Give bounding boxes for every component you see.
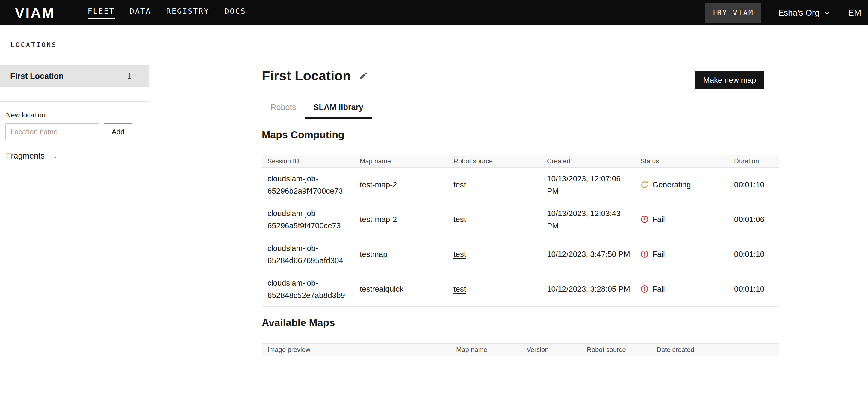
status-cell: Fail: [635, 278, 728, 300]
duration-cell: 00:01:06: [728, 209, 779, 230]
column-header-date-created: Date created: [651, 346, 779, 354]
navbar-right-cluster: TRY VIAM Esha's Org EM: [705, 3, 868, 23]
map-name-cell: testmap: [354, 243, 448, 265]
location-count-badge: 1: [127, 72, 131, 80]
status-cell: Fail: [635, 243, 728, 265]
column-header-created: Created: [541, 157, 635, 165]
column-header-version: Version: [521, 346, 581, 354]
column-header-map-name: Map name: [354, 157, 448, 165]
session-id-cell: cloudslam-job-652848c52e7ab8d3b9: [262, 272, 354, 306]
org-name-label: Esha's Org: [778, 8, 819, 18]
maps-computing-header-row: Session ID Map name Robot source Created…: [262, 155, 779, 168]
viam-logo[interactable]: VIAM: [15, 4, 55, 21]
session-id-cell: cloudslam-job-65296a5f9f4700ce73: [262, 203, 354, 236]
status-label: Fail: [652, 213, 665, 226]
nav-link-registry[interactable]: REGISTRY: [166, 7, 209, 19]
tab-robots[interactable]: Robots: [262, 103, 305, 118]
robot-source-link[interactable]: test: [454, 215, 466, 224]
status-label: Generating: [652, 179, 691, 190]
status-cell: Generating: [635, 174, 728, 196]
column-header-robot-source: Robot source: [581, 346, 651, 354]
location-tabs: Robots SLAM library: [262, 103, 372, 118]
sidebar-divider: [0, 101, 149, 101]
map-name-cell: testrealquick: [354, 278, 448, 300]
try-viam-button[interactable]: TRY VIAM: [705, 3, 761, 23]
fragments-link[interactable]: Fragments →: [6, 151, 58, 160]
available-maps-header-row: Image preview Map name Version Robot sou…: [262, 344, 779, 356]
status-cell: Fail: [635, 209, 728, 230]
available-maps-empty-body: [262, 356, 779, 412]
table-row: cloudslam-job-65284d667695afd304 testmap…: [262, 237, 779, 272]
generating-icon: [640, 180, 649, 189]
page-title: First Location: [262, 68, 351, 84]
fail-icon: [640, 285, 649, 293]
nav-link-data[interactable]: DATA: [130, 7, 151, 19]
maps-computing-table: Session ID Map name Robot source Created…: [262, 155, 779, 306]
session-id-cell: cloudslam-job-65296b2a9f4700ce73: [262, 168, 354, 202]
session-id-cell: cloudslam-job-65284d667695afd304: [262, 237, 354, 271]
duration-cell: 00:01:10: [728, 174, 779, 196]
chevron-down-icon: [823, 9, 831, 17]
status-label: Fail: [652, 248, 665, 260]
arrow-right-icon: →: [50, 151, 58, 160]
new-location-form: Add: [5, 123, 132, 140]
tab-slam-library[interactable]: SLAM library: [305, 103, 372, 118]
table-row: cloudslam-job-65296b2a9f4700ce73 test-ma…: [262, 168, 779, 202]
org-switcher[interactable]: Esha's Org: [778, 8, 831, 18]
make-new-map-button[interactable]: Make new map: [695, 71, 764, 89]
column-header-image-preview: Image preview: [262, 346, 451, 354]
nav-link-fleet[interactable]: FLEET: [88, 7, 115, 19]
table-row: cloudslam-job-65296a5f9f4700ce73 test-ma…: [262, 202, 779, 237]
available-maps-heading: Available Maps: [262, 317, 335, 328]
table-row: cloudslam-job-652848c52e7ab8d3b9 testrea…: [262, 272, 779, 306]
column-header-status: Status: [635, 157, 728, 165]
fragments-label: Fragments: [6, 151, 44, 160]
location-name-input[interactable]: [5, 123, 99, 140]
available-maps-table: Image preview Map name Version Robot sou…: [262, 344, 779, 412]
maps-computing-heading: Maps Computing: [262, 129, 344, 141]
created-cell: 10/13/2023, 12:03:43 PM: [541, 203, 635, 236]
column-header-duration: Duration: [728, 157, 779, 165]
created-cell: 10/12/2023, 3:47:50 PM: [541, 243, 635, 265]
created-cell: 10/12/2023, 3:28:05 PM: [541, 278, 635, 300]
map-name-cell: test-map-2: [354, 209, 448, 230]
page-header: First Location: [262, 68, 368, 84]
column-header-session-id: Session ID: [262, 157, 354, 165]
fail-icon: [640, 250, 649, 258]
locations-heading: LOCATIONS: [10, 41, 149, 49]
viam-app-screen: VIAM FLEET DATA REGISTRY DOCS TRY VIAM E…: [0, 0, 868, 413]
fail-icon: [640, 215, 649, 224]
edit-location-name-button[interactable]: [359, 71, 368, 80]
pencil-icon: [359, 71, 368, 80]
robot-source-link[interactable]: test: [454, 180, 466, 189]
duration-cell: 00:01:10: [728, 278, 779, 300]
add-location-button[interactable]: Add: [104, 123, 132, 140]
navbar-divider: [67, 6, 67, 20]
primary-nav: FLEET DATA REGISTRY DOCS: [88, 7, 246, 19]
created-cell: 10/13/2023, 12:07:06 PM: [541, 168, 635, 202]
locations-sidebar: LOCATIONS First Location 1 New location …: [0, 26, 150, 413]
column-header-robot-source: Robot source: [448, 157, 541, 165]
map-name-cell: test-map-2: [354, 174, 448, 196]
sidebar-item-first-location[interactable]: First Location 1: [0, 65, 149, 87]
location-name-label: First Location: [10, 71, 64, 81]
duration-cell: 00:01:10: [728, 243, 779, 265]
robot-source-link[interactable]: test: [454, 250, 466, 259]
column-header-map-name: Map name: [451, 346, 521, 354]
new-location-label: New location: [6, 111, 45, 119]
status-label: Fail: [652, 283, 665, 295]
main-content: First Location Make new map Robots SLAM …: [150, 26, 868, 413]
user-menu[interactable]: EM: [848, 8, 861, 18]
top-navbar: VIAM FLEET DATA REGISTRY DOCS TRY VIAM E…: [0, 0, 868, 26]
robot-source-link[interactable]: test: [454, 285, 466, 293]
nav-link-docs[interactable]: DOCS: [224, 7, 246, 19]
